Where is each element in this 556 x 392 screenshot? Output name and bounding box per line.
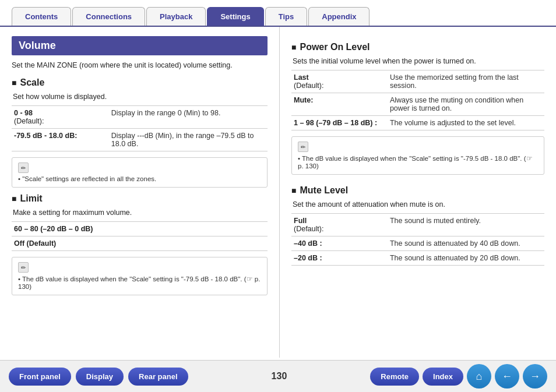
table-row: Last(Default): Use the memorized setting… xyxy=(291,70,544,93)
bottom-nav-left: Front panel Display Rear panel xyxy=(9,368,188,386)
limit-row1-col2 xyxy=(109,222,268,236)
power-on-table: Last(Default): Use the memorized setting… xyxy=(291,70,544,130)
table-row: –20 dB : The sound is attenuated by 20 d… xyxy=(291,251,544,266)
mute-row1-col1: Full(Default): xyxy=(291,214,388,236)
scale-table: 0 - 98(Default): Display in the range 0 … xyxy=(12,105,268,151)
power-note-text: • The dB value is displayed when the "Sc… xyxy=(298,154,538,169)
limit-table: 60 – 80 (–20 dB – 0 dB) Off (Default) xyxy=(12,221,268,251)
scale-note-icon: ✏ xyxy=(18,163,29,173)
mute-row2-col1: –40 dB : xyxy=(291,236,388,251)
table-row: 0 - 98(Default): Display in the range 0 … xyxy=(12,106,268,129)
power-on-section: Power On Level Sets the initial volume l… xyxy=(291,42,544,175)
mute-row3-col1: –20 dB : xyxy=(291,251,388,266)
mute-level-section: Mute Level Set the amount of attenuation… xyxy=(291,185,544,266)
table-row: –40 dB : The sound is attenuated by 40 d… xyxy=(291,236,544,251)
power-on-description: Sets the initial volume level when the p… xyxy=(291,57,544,65)
power-row2-col2: Always use the muting on condition when … xyxy=(388,93,544,116)
power-row1-col2: Use the memorized setting from the last … xyxy=(388,70,544,93)
volume-title: Volume xyxy=(12,36,268,55)
table-row: Full(Default): The sound is muted entire… xyxy=(291,214,544,236)
table-row: Mute: Always use the muting on condition… xyxy=(291,93,544,116)
limit-row1-col1: 60 – 80 (–20 dB – 0 dB) xyxy=(12,222,109,236)
tab-tips[interactable]: Tips xyxy=(265,7,308,26)
power-row3-col2: The volume is adjusted to the set level. xyxy=(388,116,544,130)
left-panel: Volume Set the MAIN ZONE (room where the… xyxy=(0,27,280,358)
scale-row2-col1: -79.5 dB - 18.0 dB: xyxy=(12,129,109,151)
bottom-navigation: Front panel Display Rear panel 130 Remot… xyxy=(0,360,556,392)
front-panel-button[interactable]: Front panel xyxy=(9,368,71,386)
volume-description: Set the MAIN ZONE (room where the unit i… xyxy=(12,61,268,69)
tab-appendix[interactable]: Appendix xyxy=(308,7,370,26)
table-row: Off (Default) xyxy=(12,236,268,251)
table-row: 1 – 98 (–79 dB – 18 dB) : The volume is … xyxy=(291,116,544,130)
tab-connections[interactable]: Connections xyxy=(72,7,145,26)
power-note-box: ✏ • The dB value is displayed when the "… xyxy=(291,136,544,175)
scale-description: Set how volume is displayed. xyxy=(12,93,268,101)
power-row3-col1: 1 – 98 (–79 dB – 18 dB) : xyxy=(291,116,388,130)
mute-row2-col2: The sound is attenuated by 40 dB down. xyxy=(388,236,544,251)
scale-row1-col1: 0 - 98(Default): xyxy=(12,106,109,129)
mute-row3-col2: The sound is attenuated by 20 dB down. xyxy=(388,251,544,266)
display-button[interactable]: Display xyxy=(76,368,124,386)
tab-contents[interactable]: Contents xyxy=(12,7,71,26)
table-row: 60 – 80 (–20 dB – 0 dB) xyxy=(12,222,268,236)
limit-heading: Limit xyxy=(12,193,268,204)
rear-panel-button[interactable]: Rear panel xyxy=(128,368,188,386)
mute-level-table: Full(Default): The sound is muted entire… xyxy=(291,213,544,266)
mute-row1-col2: The sound is muted entirely. xyxy=(388,214,544,236)
limit-row2-col1: Off (Default) xyxy=(12,236,109,251)
limit-note-text: • The dB value is displayed when the "Sc… xyxy=(18,275,261,290)
limit-row2-col2 xyxy=(109,236,268,251)
home-button[interactable]: ⌂ xyxy=(467,364,491,389)
mute-level-description: Set the amount of attenuation when mute … xyxy=(291,200,544,209)
scale-note-box: ✏ • "Scale" settings are reflected in al… xyxy=(12,157,268,188)
limit-note-box: ✏ • The dB value is displayed when the "… xyxy=(12,257,268,295)
main-content: Volume Set the MAIN ZONE (room where the… xyxy=(0,27,556,358)
right-panel: Power On Level Sets the initial volume l… xyxy=(280,27,556,358)
remote-button[interactable]: Remote xyxy=(370,368,419,386)
tab-playback[interactable]: Playback xyxy=(146,7,206,26)
back-button[interactable]: ← xyxy=(495,364,519,389)
scale-row1-col2: Display in the range 0 (Min) to 98. xyxy=(109,106,268,129)
top-navigation: Contents Connections Playback Settings T… xyxy=(0,0,556,27)
limit-description: Make a setting for maximum volume. xyxy=(12,209,268,217)
power-note-icon: ✏ xyxy=(298,142,308,152)
index-button[interactable]: Index xyxy=(423,368,463,386)
table-row: -79.5 dB - 18.0 dB: Display ---dB (Min),… xyxy=(12,129,268,151)
mute-level-heading: Mute Level xyxy=(291,185,544,196)
power-row1-col1: Last(Default): xyxy=(291,70,388,93)
scale-note-text: • "Scale" settings are reflected in all … xyxy=(18,175,261,182)
tab-settings[interactable]: Settings xyxy=(207,7,263,26)
power-on-heading: Power On Level xyxy=(291,42,544,52)
page-number: 130 xyxy=(272,371,287,382)
power-row2-col1: Mute: xyxy=(291,93,388,116)
scale-heading: Scale xyxy=(12,77,268,88)
limit-note-icon: ✏ xyxy=(18,262,29,273)
scale-row2-col2: Display ---dB (Min), in the range –79.5 … xyxy=(109,129,268,151)
forward-button[interactable]: → xyxy=(523,364,547,389)
bottom-nav-right: Remote Index ⌂ ← → xyxy=(370,364,547,389)
